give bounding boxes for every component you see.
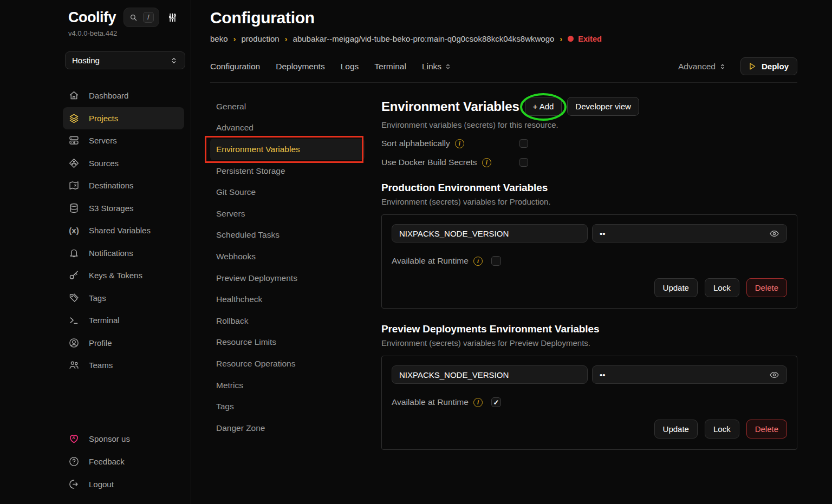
available-at-runtime-label-group: Available at Runtime i <box>392 397 483 407</box>
settings-nav-healthcheck[interactable]: Healthcheck <box>210 289 365 310</box>
sidebar-item-s3-storages[interactable]: S3 Storages <box>63 197 184 220</box>
docker-build-secrets-row: Use Docker Build Secrets i <box>381 158 797 167</box>
breadcrumb-environment[interactable]: production <box>242 34 280 43</box>
info-icon: i <box>455 139 464 148</box>
tab-links[interactable]: Links <box>422 62 452 71</box>
settings-nav-webhooks[interactable]: Webhooks <box>210 246 365 267</box>
search-button[interactable]: / <box>123 8 159 27</box>
sidebar-item-notifications[interactable]: Notifications <box>63 242 184 265</box>
logout-icon <box>68 479 80 490</box>
settings-nav-label: Environment Variables <box>216 145 300 154</box>
preview-section-description: Environment (secrets) variables for Prev… <box>381 338 797 348</box>
play-icon <box>748 62 757 71</box>
settings-nav-servers[interactable]: Servers <box>210 203 365 225</box>
breadcrumb-resource[interactable]: abubakar--meigag/vid-tube-beko-pro:main-… <box>293 34 555 43</box>
env-var-inputs: NIXPACKS_NODE_VERSION •• <box>392 365 787 384</box>
delete-button[interactable]: Delete <box>746 420 787 438</box>
settings-nav-advanced[interactable]: Advanced <box>210 117 365 139</box>
sidebar-item-feedback[interactable]: Feedback <box>63 450 184 473</box>
settings-sliders-icon[interactable] <box>167 12 178 23</box>
sidebar-item-sponsor-us[interactable]: Sponsor us <box>63 427 184 450</box>
update-button[interactable]: Update <box>654 420 698 438</box>
docker-build-secrets-checkbox[interactable] <box>519 158 528 167</box>
sidebar-item-label: Terminal <box>89 316 120 325</box>
tab-deployments[interactable]: Deployments <box>276 62 324 71</box>
settings-nav-scheduled-tasks[interactable]: Scheduled Tasks <box>210 225 365 246</box>
available-at-runtime-checkbox[interactable] <box>491 397 501 407</box>
sidebar-item-label: Sources <box>89 159 119 168</box>
env-var-card-production: NIXPACKS_NODE_VERSION •• Available at Ru… <box>381 214 797 309</box>
sort-alphabetically-row: Sort alphabetically i <box>381 139 797 148</box>
sidebar-item-teams[interactable]: Teams <box>63 354 184 377</box>
settings-nav-persistent-storage[interactable]: Persistent Storage <box>210 160 365 182</box>
app-logo: Coolify <box>68 9 116 26</box>
tab-terminal[interactable]: Terminal <box>374 62 406 71</box>
settings-nav-metrics[interactable]: Metrics <box>210 375 365 396</box>
tab-label: Configuration <box>210 62 260 71</box>
server-icon <box>68 135 80 146</box>
tab-configuration[interactable]: Configuration <box>210 62 260 71</box>
available-at-runtime-row: Available at Runtime i <box>392 256 787 266</box>
sidebar-item-servers[interactable]: Servers <box>63 129 184 152</box>
tabbar: Configuration Deployments Logs Terminal … <box>210 57 797 83</box>
sort-alphabetically-checkbox[interactable] <box>519 139 528 148</box>
sidebar-item-sources[interactable]: Sources <box>63 152 184 175</box>
settings-nav-resource-operations[interactable]: Resource Operations <box>210 353 365 375</box>
sidebar-item-projects[interactable]: Projects <box>63 107 184 130</box>
sidebar-item-dashboard[interactable]: Dashboard <box>63 84 184 107</box>
env-var-name-input[interactable]: NIXPACKS_NODE_VERSION <box>392 365 588 384</box>
key-icon <box>68 270 80 281</box>
env-var-value-input[interactable]: •• <box>592 365 787 384</box>
settings-nav-label: General <box>216 102 246 112</box>
layers-icon <box>68 113 80 124</box>
lock-button[interactable]: Lock <box>705 420 739 438</box>
info-icon: i <box>482 158 491 167</box>
eye-icon[interactable] <box>769 370 779 380</box>
sidebar-item-label: Feedback <box>89 457 125 466</box>
lock-button[interactable]: Lock <box>705 278 739 297</box>
sidebar-item-profile[interactable]: Profile <box>63 332 184 355</box>
update-button[interactable]: Update <box>654 278 698 297</box>
settings-nav-label: Preview Deployments <box>216 273 297 283</box>
available-at-runtime-label-group: Available at Runtime i <box>392 256 483 266</box>
add-button[interactable]: + Add <box>525 97 562 116</box>
settings-nav-tags[interactable]: Tags <box>210 396 365 417</box>
delete-button[interactable]: Delete <box>746 278 787 297</box>
env-var-name-input[interactable]: NIXPACKS_NODE_VERSION <box>392 224 588 243</box>
settings-nav-label: Danger Zone <box>216 423 265 433</box>
sidebar-item-tags[interactable]: Tags <box>63 287 184 310</box>
settings-nav-label: Advanced <box>216 123 253 133</box>
settings-nav-git-source[interactable]: Git Source <box>210 181 365 203</box>
variable-icon: (x) <box>68 225 80 236</box>
deploy-button[interactable]: Deploy <box>740 57 797 75</box>
team-select[interactable]: Hosting <box>65 51 185 69</box>
brand-row: Coolify / <box>65 8 185 27</box>
breadcrumb-project[interactable]: beko <box>210 34 228 43</box>
settings-nav-resource-limits[interactable]: Resource Limits <box>210 332 365 354</box>
settings-nav-general[interactable]: General <box>210 96 365 117</box>
settings-nav-rollback[interactable]: Rollback <box>210 310 365 332</box>
available-at-runtime-checkbox[interactable] <box>491 256 501 266</box>
settings-nav-environment-variables[interactable]: Environment Variables <box>210 139 365 160</box>
settings-nav-preview-deployments[interactable]: Preview Deployments <box>210 267 365 289</box>
environment-variables-header: Environment Variables + Add Developer vi… <box>381 97 797 116</box>
developer-view-button[interactable]: Developer view <box>567 97 639 116</box>
sidebar-item-destinations[interactable]: Destinations <box>63 174 184 197</box>
env-var-value-input[interactable]: •• <box>592 224 787 243</box>
sidebar-item-label: Teams <box>89 361 113 370</box>
tab-logs[interactable]: Logs <box>341 62 359 71</box>
sidebar-item-label: Projects <box>89 114 118 123</box>
eye-icon[interactable] <box>769 228 779 239</box>
sidebar-item-keys-tokens[interactable]: Keys & Tokens <box>63 264 184 287</box>
sort-alphabetically-label-group: Sort alphabetically i <box>381 139 519 148</box>
sidebar-item-terminal[interactable]: Terminal <box>63 309 184 332</box>
settings-nav-danger-zone[interactable]: Danger Zone <box>210 417 365 439</box>
tab-label: Logs <box>341 62 359 71</box>
sidebar-item-label: Tags <box>89 293 106 303</box>
sidebar-item-logout[interactable]: Logout <box>63 473 184 495</box>
breadcrumb-separator: › <box>285 34 288 43</box>
advanced-dropdown[interactable]: Advanced <box>678 62 726 71</box>
sidebar-item-label: Logout <box>89 480 114 489</box>
chevron-updown-icon <box>444 63 452 70</box>
sidebar-item-shared-variables[interactable]: (x) Shared Variables <box>63 219 184 242</box>
